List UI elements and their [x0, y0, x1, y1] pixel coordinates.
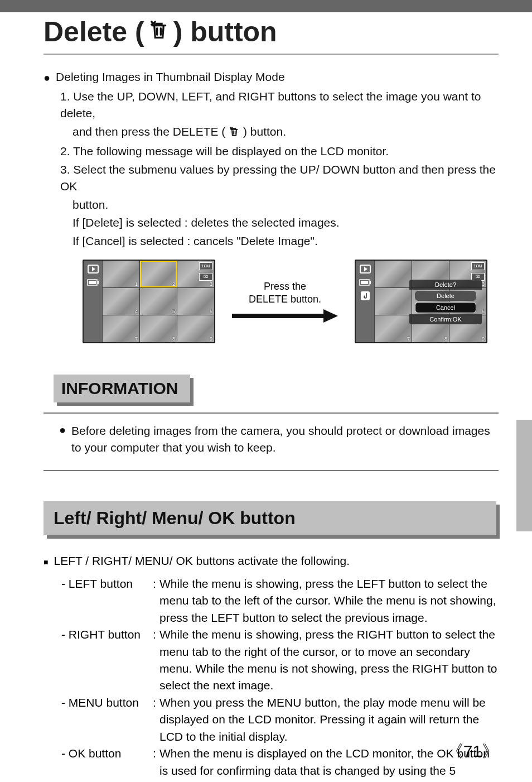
information-bullet: ● Before deleting images from the camera… [59, 423, 493, 457]
colon: : [153, 694, 159, 745]
def-right-label: - RIGHT button [61, 626, 153, 694]
step-1-line2-a: and then press the DELETE ( [72, 125, 225, 138]
def-right: - RIGHT button : While the menu is showi… [61, 626, 499, 694]
colon: : [153, 745, 159, 782]
title-prefix: Delete ( [43, 16, 144, 48]
thumb-9: 9 [177, 315, 214, 342]
size-indicator: 10M [471, 262, 485, 270]
def-menu: - MENU button : When you press the MENU … [61, 694, 499, 745]
thumb-5: 5 [140, 288, 177, 315]
svg-marker-1 [92, 267, 95, 271]
side-tab [516, 420, 532, 531]
def-ok: - OK button : When the menu is displayed… [61, 745, 499, 782]
battery-icon [87, 277, 99, 287]
step-2: 2. The following message will be display… [60, 143, 499, 160]
thumb-6: 6 [177, 288, 214, 315]
bullet-deleting-thumbnails: ● Deleting Images in Thumbnail Display M… [43, 70, 499, 85]
music-note-icon [359, 291, 371, 301]
if-delete: If [Delete] is selected : deletes the se… [72, 214, 499, 231]
information-section: INFORMATION ● Before deleting images fro… [43, 375, 499, 471]
lcd-thumbnail-grid-before: 1 2 310M⌧ 4 5 6 7 8 9 [83, 260, 215, 343]
title-suffix: ) button [173, 16, 277, 48]
section-lrmok: Left/ Right/ Menu/ OK button [43, 501, 499, 535]
title-divider [43, 54, 499, 55]
screenshots-row: 1 2 310M⌧ 4 5 6 7 8 9 Press the DELETE b… [83, 260, 499, 343]
def-right-text: While the menu is showing, press the RIG… [159, 626, 499, 694]
bullet-text: Deleting Images in Thumbnail Display Mod… [56, 70, 284, 85]
dialog-option-cancel: Cancel [415, 302, 476, 313]
svg-rect-4 [89, 281, 96, 284]
section-lrmok-body: ■ LEFT / RIGHT/ MENU/ OK buttons activat… [43, 554, 499, 782]
dialog-title: Delete? [409, 280, 482, 290]
colon: : [153, 575, 159, 626]
def-menu-text: When you press the MENU button, the play… [159, 694, 499, 745]
thumb-2-selected: 2 [140, 261, 177, 287]
top-bar [0, 0, 532, 12]
thumb-7: 7 [103, 315, 139, 342]
bullet-dot: ● [59, 423, 66, 457]
def-left: - LEFT button : While the menu is showin… [61, 575, 499, 626]
def-left-label: - LEFT button [61, 575, 153, 626]
page-number: 《71》 [447, 740, 499, 763]
square-bullet-icon: ■ [43, 554, 48, 570]
def-left-text: While the menu is showing, press the LEF… [159, 575, 499, 626]
section-delete-body: ● Deleting Images in Thumbnail Display M… [33, 70, 499, 782]
play-mode-icon [359, 264, 371, 274]
if-cancel: If [Cancel] is selected : cancels "Delet… [72, 233, 499, 250]
dialog-option-delete: Delete [415, 291, 476, 301]
thumb-3: 310M⌧ [177, 261, 214, 287]
lead-bullet: ■ LEFT / RIGHT/ MENU/ OK buttons activat… [43, 554, 499, 570]
bullet-dot: ● [43, 70, 50, 85]
svg-rect-3 [98, 281, 99, 284]
svg-rect-8 [370, 281, 371, 284]
dialog-confirm: Confirm:OK [409, 314, 482, 324]
thumbnail-grid: 1 2 310M⌧ 4 5 6 7 8 9 [103, 261, 214, 342]
card-indicator: ⌧ [199, 273, 212, 281]
def-ok-label: - OK button [61, 745, 153, 782]
information-text: Before deleting images from the camera, … [71, 423, 493, 457]
thumb-8: 8 [140, 315, 177, 342]
delete-icon [148, 16, 170, 48]
play-mode-icon [87, 264, 99, 274]
size-indicator: 10M [199, 262, 212, 270]
arrow-right-icon [232, 309, 338, 323]
lcd-left-strip [356, 261, 375, 342]
thumb-4: 4 [103, 288, 139, 315]
section-lrmok-heading: Left/ Right/ Menu/ OK button [43, 501, 496, 535]
page-title: Delete ( ) button [43, 16, 277, 48]
information-heading: INFORMATION [54, 375, 190, 402]
step-3-line2: button. [72, 196, 499, 213]
page-number-value: 71 [463, 742, 482, 760]
step-1-line2: and then press the DELETE ( ) button. [72, 123, 499, 142]
angle-right-icon: 》 [482, 741, 499, 761]
lead-text: LEFT / RIGHT/ MENU/ OK buttons activate … [54, 554, 350, 570]
information-box: ● Before deleting images from the camera… [43, 412, 499, 471]
svg-marker-6 [364, 267, 367, 271]
step-1-line2-b: ) button. [243, 125, 286, 138]
step-1-line1: 1. Use the UP, DOWN, LEFT, and RIGHT but… [60, 88, 499, 122]
delete-icon [229, 125, 240, 142]
definitions-list: - LEFT button : While the menu is showin… [61, 575, 499, 782]
battery-icon [359, 277, 371, 287]
arrow-caption: Press the DELETE button. [249, 280, 321, 306]
lcd-left-strip [84, 261, 103, 342]
thumb-1 [375, 261, 412, 287]
thumb-7: 7 [375, 315, 412, 342]
svg-rect-9 [361, 281, 368, 284]
thumb-4 [375, 288, 412, 315]
thumb-1: 1 [103, 261, 139, 287]
def-menu-label: - MENU button [61, 694, 153, 745]
step-3-line1: 3. Select the submenu values by pressing… [60, 161, 499, 195]
lcd-thumbnail-grid-after: 310M⌧ 6 7 8 9 Delete? Delete Cancel Conf… [355, 260, 487, 343]
angle-left-icon: 《 [447, 741, 463, 761]
steps-list: 1. Use the UP, DOWN, LEFT, and RIGHT but… [60, 88, 499, 250]
arrow-caption-column: Press the DELETE button. [226, 280, 344, 323]
delete-dialog: Delete? Delete Cancel Confirm:OK [409, 280, 482, 324]
page-title-row: Delete ( ) button [43, 16, 499, 48]
colon: : [153, 626, 159, 694]
